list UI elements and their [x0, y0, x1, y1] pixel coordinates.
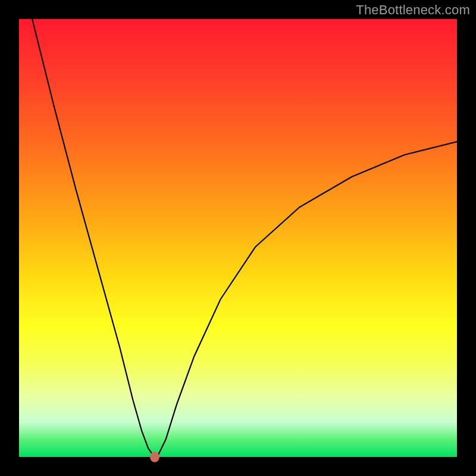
plot-area	[19, 19, 457, 457]
bottleneck-curve	[19, 19, 457, 457]
chart-frame: TheBottleneck.com	[0, 0, 476, 476]
watermark-text: TheBottleneck.com	[356, 2, 470, 18]
minimum-marker	[150, 452, 159, 462]
